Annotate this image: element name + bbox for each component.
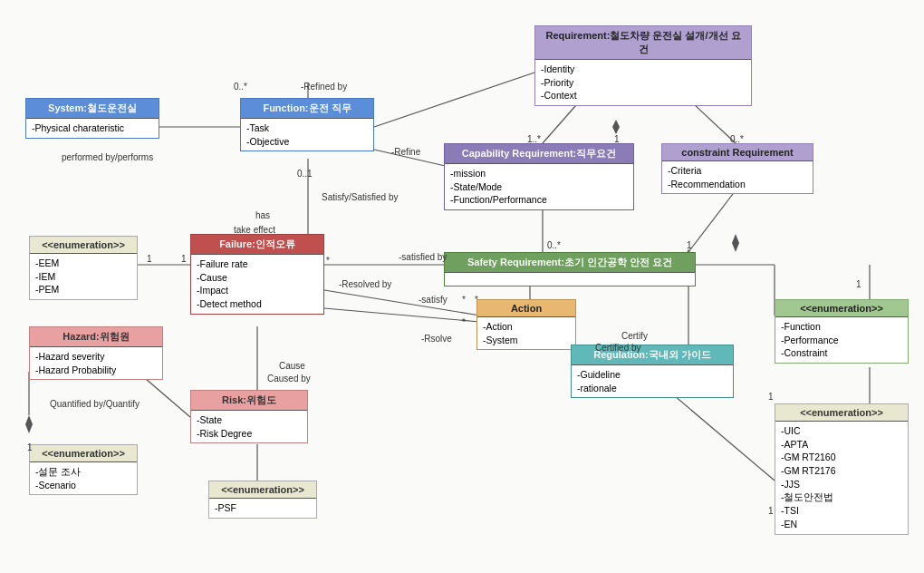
ef-attr-3: -Constraint — [781, 346, 902, 360]
constraint-title: constraint Requirement — [662, 144, 813, 161]
system-box: System:철도운전실 -Physical charateristic — [25, 98, 159, 139]
hazard-title: Hazard:위험원 — [30, 327, 162, 347]
action-title: Action — [477, 300, 575, 317]
enum-survey-attr-1: -설문 조사 — [35, 465, 131, 479]
safety-title: Safety Requirement:초기 인간공학 안전 요건 — [445, 253, 695, 273]
label-star-4: * — [462, 317, 466, 327]
label-1-right2: 1 — [687, 240, 692, 250]
enum-uic-box: <<enumeration>> -UIC -APTA -GM RT2160 -G… — [775, 403, 909, 535]
function-box: Function:운전 직무 -Task -Objective — [240, 98, 374, 151]
enum-survey-title: <<enumeration>> — [30, 445, 137, 462]
action-box: Action -Action -System — [476, 299, 576, 350]
failure-title: Failure:인적오류 — [191, 235, 323, 255]
ef-attr-1: -Function — [781, 320, 902, 334]
svg-marker-21 — [732, 234, 739, 252]
label-satisfy-2: -satisfy — [419, 295, 448, 305]
enum-eem-title: <<enumeration>> — [30, 237, 137, 254]
uic-attr-1: -UIC — [781, 424, 902, 438]
label-1-enum2: 1 — [856, 279, 861, 289]
enum-eem-attr-3: -PEM — [35, 283, 131, 296]
safety-box: Safety Requirement:초기 인간공학 안전 요건 — [444, 252, 696, 286]
safety-body — [445, 273, 695, 286]
svg-line-20 — [688, 190, 736, 252]
hazard-box: Hazard:위험원 -Hazard severity -Hazard Prob… — [29, 326, 163, 380]
enum-psf-body: -PSF — [209, 499, 316, 518]
enum-psf-attr-1: -PSF — [215, 501, 311, 515]
cap-attr-1: -mission — [450, 167, 628, 180]
reg-attr-1: -Guideline — [577, 368, 727, 382]
hazard-attr-1: -Hazard severity — [35, 350, 157, 364]
ef-attr-2: -Performance — [781, 334, 902, 347]
svg-marker-18 — [612, 120, 620, 134]
label-refined-by: -Refined by — [301, 82, 347, 92]
label-star-1: * — [326, 256, 330, 266]
label-0star-3: 0..* — [547, 240, 561, 250]
risk-title: Risk:위험도 — [191, 391, 307, 411]
capability-box: Capability Requirement:직무요건 -mission -St… — [444, 143, 634, 210]
svg-line-8 — [324, 290, 480, 316]
label-0star-2: 0..* — [730, 134, 744, 144]
cap-attr-2: -State/Mode — [450, 180, 628, 194]
con-attr-2: -Recommendation — [668, 178, 807, 191]
enum-eem-attr-1: -EEM — [35, 257, 131, 270]
failure-attr-4: -Detect method — [197, 297, 318, 311]
failure-attr-1: -Failure rate — [197, 257, 318, 271]
uic-attr-4: -GM RT2176 — [781, 464, 902, 478]
label-0-1: 0..1 — [297, 169, 313, 179]
label-refine: -Refine — [391, 147, 420, 157]
enum-eem-box: <<enumeration>> -EEM -IEM -PEM — [29, 236, 138, 300]
requirement-body: -Identity -Priority -Context — [535, 60, 751, 105]
uic-attr-3: -GM RT2160 — [781, 451, 902, 464]
action-body: -Action -System — [477, 317, 575, 349]
label-0star-1: 0..* — [234, 82, 247, 92]
failure-attr-2: -Cause — [197, 271, 318, 285]
label-1-mid: 1 — [614, 134, 620, 144]
risk-attr-2: -Risk Degree — [197, 427, 302, 441]
failure-box: Failure:인적오류 -Failure rate -Cause -Impac… — [190, 234, 324, 315]
req-attr-3: -Context — [541, 89, 746, 102]
label-1-enum: 1 — [768, 392, 774, 402]
cap-attr-3: -Function/Performance — [450, 193, 628, 207]
uic-attr-2: -APTA — [781, 438, 902, 452]
label-1-left: 1 — [147, 254, 152, 264]
label-1star: 1..* — [527, 134, 541, 144]
failure-body: -Failure rate -Cause -Impact -Detect met… — [191, 255, 323, 314]
hazard-attr-2: -Hazard Probability — [35, 364, 157, 377]
enum-uic-body: -UIC -APTA -GM RT2160 -GM RT2176 -JJS -철… — [775, 422, 908, 534]
capability-title: Capability Requirement:직무요건 — [445, 144, 633, 164]
label-rsolve: -Rsolve — [421, 334, 452, 344]
hazard-body: -Hazard severity -Hazard Probability — [30, 347, 162, 379]
label-caused-by: Caused by — [267, 374, 311, 384]
failure-attr-3: -Impact — [197, 284, 318, 297]
enum-func-body: -Function -Performance -Constraint — [775, 317, 908, 363]
label-star-2: * — [462, 295, 466, 305]
label-satisfy: Satisfy/Satisfied by — [322, 192, 398, 202]
enum-func-title: <<enumeration>> — [775, 300, 908, 317]
req-attr-2: -Priority — [541, 76, 746, 90]
reg-attr-2: -rationale — [577, 382, 727, 395]
risk-attr-1: -State — [197, 413, 302, 427]
constraint-box: constraint Requirement -Criteria -Recomm… — [661, 143, 813, 194]
enum-uic-title: <<enumeration>> — [775, 404, 908, 422]
label-performed: performed by/performs — [62, 152, 153, 162]
regulation-body: -Guideline -rationale — [572, 365, 733, 397]
requirement-title: Requirement:철도차량 운전실 설개/개선 요건 — [535, 26, 751, 60]
enum-eem-body: -EEM -IEM -PEM — [30, 254, 137, 299]
capability-body: -mission -State/Mode -Function/Performan… — [445, 164, 633, 209]
system-title: System:철도운전실 — [26, 99, 159, 119]
label-1-uic: 1 — [768, 506, 774, 516]
label-star-3: * — [475, 295, 478, 305]
system-attr-1: -Physical charateristic — [32, 121, 153, 135]
uic-attr-6: -철도안전법 — [781, 490, 902, 504]
uic-attr-8: -EN — [781, 518, 902, 531]
req-attr-1: -Identity — [541, 63, 746, 76]
diagram-container: System:철도운전실 -Physical charateristic Fun… — [0, 0, 924, 573]
enum-survey-attr-2: -Scenario — [35, 479, 131, 492]
uic-attr-7: -TSI — [781, 504, 902, 518]
action-attr-2: -System — [483, 334, 570, 347]
svg-line-3 — [374, 73, 534, 127]
label-certified-by: Certified by — [595, 343, 641, 353]
action-attr-1: -Action — [483, 320, 570, 334]
label-cause: Cause — [279, 361, 305, 371]
constraint-body: -Criteria -Recommendation — [662, 161, 813, 193]
